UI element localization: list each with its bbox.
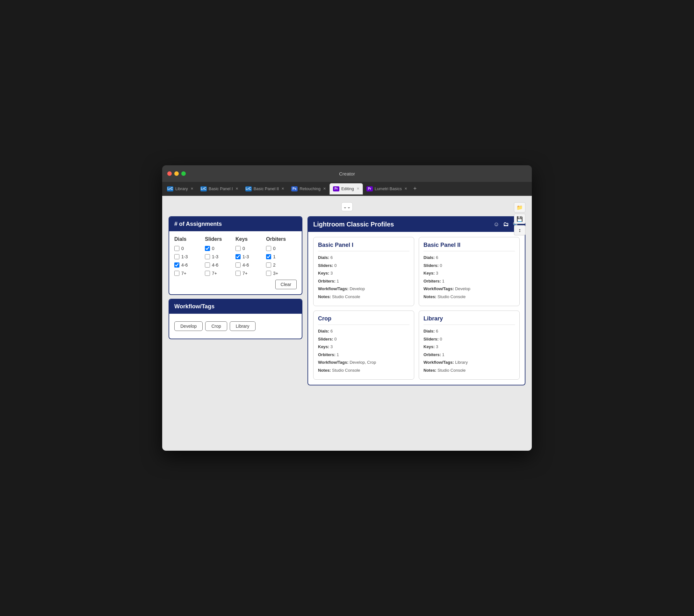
input-sliders-4-6[interactable]: [205, 262, 210, 267]
card-orbiters-library: Orbiters: 1: [423, 352, 515, 358]
tab-badge-basic-ii: LrC: [245, 186, 252, 191]
checkbox-dials-4-6[interactable]: 4-6: [174, 262, 205, 267]
tab-badge-lumetri: Pr: [366, 186, 373, 191]
tab-library[interactable]: LrC Library ✕: [163, 183, 197, 194]
tab-basic-panel-i[interactable]: LrC Basic Panel I ✕: [197, 183, 242, 194]
profile-card-basic-i[interactable]: Basic Panel I Dials: 6 Sliders: 0 Keys: …: [313, 237, 414, 306]
card-workflow-basic-i: Workflow/Tags: Develop: [318, 286, 409, 292]
workflow-body: Develop Crop Library: [169, 314, 302, 339]
input-sliders-7plus[interactable]: [205, 271, 210, 276]
workflow-tags-list: Develop Crop Library: [174, 319, 297, 334]
checkbox-keys-7plus[interactable]: 7+: [236, 271, 266, 276]
left-panel: # of Assignments Dials Sliders Keys Orbi…: [168, 216, 303, 386]
checkbox-orbiters-3plus[interactable]: 3+: [266, 271, 297, 276]
assignments-body: Dials Sliders Keys Orbiters 0: [169, 231, 302, 294]
input-orbiters-0[interactable]: [266, 246, 271, 251]
checkbox-sliders-0[interactable]: 0: [205, 246, 236, 251]
input-dials-4-6[interactable]: [174, 262, 179, 267]
tab-badge-library: LrC: [167, 186, 174, 191]
close-button[interactable]: [167, 171, 172, 176]
card-workflow-basic-ii: Workflow/Tags: Develop: [423, 286, 515, 292]
workflow-panel: Workflow/Tags Develop Crop Library: [168, 299, 303, 339]
card-notes-basic-ii: Notes: Studio Console: [423, 294, 515, 300]
window-title: Creator: [339, 171, 355, 176]
input-dials-7plus[interactable]: [174, 271, 179, 276]
input-sliders-1-3[interactable]: [205, 254, 210, 259]
card-keys-crop: Keys: 3: [318, 344, 409, 350]
input-keys-7plus[interactable]: [236, 271, 241, 276]
input-keys-4-6[interactable]: [236, 262, 241, 267]
profile-card-library[interactable]: Library Dials: 6 Sliders: 0 Keys: 3 Orbi…: [419, 311, 520, 380]
folder-action-button[interactable]: 📁: [514, 202, 526, 212]
collapse-section: ⌄⌄: [168, 202, 526, 211]
tag-library[interactable]: Library: [230, 321, 256, 331]
checkbox-dials-0[interactable]: 0: [174, 246, 205, 251]
folder-icon[interactable]: 🗂: [503, 221, 509, 228]
tab-close-editing[interactable]: ✕: [357, 187, 360, 191]
assignments-header: # of Assignments: [169, 217, 302, 231]
card-sliders-library: Sliders: 0: [423, 336, 515, 342]
tab-close-basic-i[interactable]: ✕: [236, 187, 238, 191]
tabbar: LrC Library ✕ LrC Basic Panel I ✕ LrC Ba…: [162, 182, 532, 196]
checkbox-orbiters-2[interactable]: 2: [266, 262, 297, 267]
card-dials-basic-i: Dials: 6: [318, 255, 409, 261]
tab-label-basic-i: Basic Panel I: [209, 186, 233, 191]
tab-badge-retouching: Ps: [291, 186, 298, 191]
card-title-basic-ii: Basic Panel II: [423, 242, 515, 251]
card-orbiters-basic-ii: Orbiters: 1: [423, 278, 515, 284]
clear-button[interactable]: Clear: [275, 280, 297, 289]
tab-close-basic-ii[interactable]: ✕: [281, 187, 284, 191]
profiles-panel: Lightroom Classic Profiles ☺ 🗂 🔍 Basic P…: [308, 216, 526, 386]
minimize-button[interactable]: [174, 171, 179, 176]
tab-close-library[interactable]: ✕: [190, 187, 194, 191]
card-sliders-basic-ii: Sliders: 0: [423, 262, 515, 269]
input-sliders-0[interactable]: [205, 246, 210, 251]
profile-card-crop[interactable]: Crop Dials: 6 Sliders: 0 Keys: 3 Orbiter…: [313, 311, 414, 380]
tab-editing[interactable]: Pr Editing ✕: [329, 183, 363, 194]
checkbox-keys-0[interactable]: 0: [236, 246, 266, 251]
tab-badge-editing: Pr: [333, 186, 339, 191]
tab-basic-panel-ii[interactable]: LrC Basic Panel II ✕: [242, 183, 288, 194]
input-keys-0[interactable]: [236, 246, 241, 251]
checkbox-sliders-4-6[interactable]: 4-6: [205, 262, 236, 267]
checkbox-keys-1-3[interactable]: 1-3: [236, 254, 266, 259]
input-dials-1-3[interactable]: [174, 254, 179, 259]
assign-row-0: 0 0 0 0: [174, 246, 297, 251]
content-area: 📁 💾 ↕ ⌄⌄ # of Assignments: [162, 196, 532, 451]
resize-action-button[interactable]: ↕: [514, 225, 526, 236]
checkbox-dials-1-3[interactable]: 1-3: [174, 254, 205, 259]
input-orbiters-3plus[interactable]: [266, 271, 271, 276]
checkbox-keys-4-6[interactable]: 4-6: [236, 262, 266, 267]
collapse-button[interactable]: ⌄⌄: [341, 202, 353, 211]
checkbox-sliders-7plus[interactable]: 7+: [205, 271, 236, 276]
tag-develop[interactable]: Develop: [174, 321, 203, 331]
col-header-dials: Dials: [174, 236, 205, 242]
checkbox-sliders-1-3[interactable]: 1-3: [205, 254, 236, 259]
workflow-title: Workflow/Tags: [174, 303, 215, 310]
save-action-button[interactable]: 💾: [514, 214, 526, 224]
card-notes-library: Notes: Studio Console: [423, 367, 515, 374]
tab-add-button[interactable]: +: [411, 185, 419, 192]
emoji-icon[interactable]: ☺: [494, 221, 499, 228]
card-notes-basic-i: Notes: Studio Console: [318, 294, 409, 300]
input-orbiters-2[interactable]: [266, 262, 271, 267]
tab-close-lumetri[interactable]: ✕: [404, 187, 407, 191]
input-orbiters-1[interactable]: [266, 254, 271, 259]
assign-row-1: 1-3 1-3 1-3 1: [174, 254, 297, 259]
col-header-keys: Keys: [236, 236, 266, 242]
tag-crop[interactable]: Crop: [205, 321, 227, 331]
checkbox-dials-7plus[interactable]: 7+: [174, 271, 205, 276]
maximize-button[interactable]: [181, 171, 186, 176]
input-dials-0[interactable]: [174, 246, 179, 251]
card-sliders-crop: Sliders: 0: [318, 336, 409, 342]
tab-retouching[interactable]: Ps Retouching ✕: [288, 183, 329, 194]
main-layout: # of Assignments Dials Sliders Keys Orbi…: [168, 216, 526, 386]
tab-close-retouching[interactable]: ✕: [323, 187, 326, 191]
input-keys-1-3[interactable]: [236, 254, 241, 259]
tab-lumetri-basics[interactable]: Pr Lumetri Basics ✕: [363, 183, 411, 194]
checkbox-orbiters-1[interactable]: 1: [266, 254, 297, 259]
profiles-grid: Basic Panel I Dials: 6 Sliders: 0 Keys: …: [308, 232, 525, 385]
checkbox-orbiters-0[interactable]: 0: [266, 246, 297, 251]
profile-card-basic-ii[interactable]: Basic Panel II Dials: 6 Sliders: 0 Keys:…: [419, 237, 520, 306]
tab-label-library: Library: [175, 186, 188, 191]
